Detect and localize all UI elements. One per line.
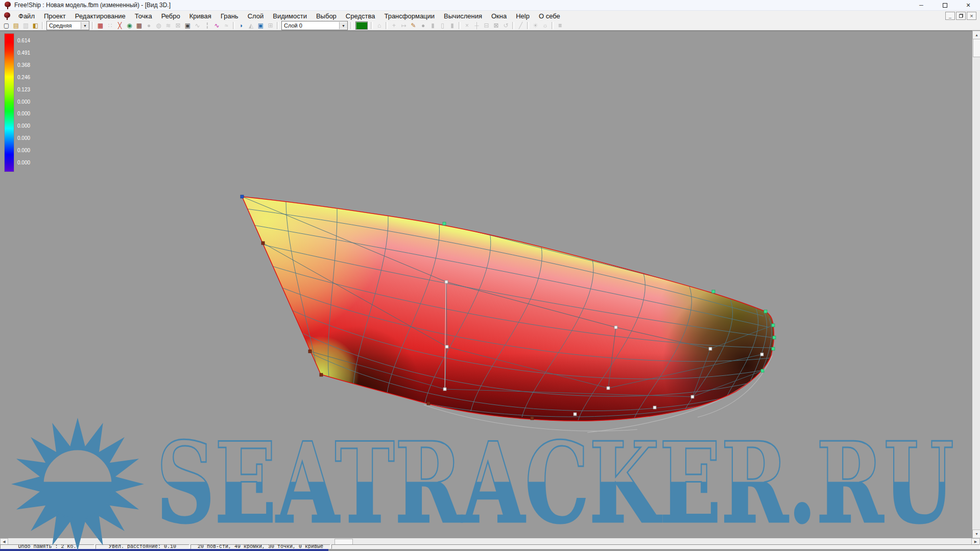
control-point[interactable] — [614, 326, 617, 329]
corner-point[interactable] — [261, 242, 265, 245]
menu-item-12[interactable]: Трансформации — [379, 11, 439, 21]
show-waterlines-button[interactable]: ∿ — [193, 21, 202, 30]
corner-point[interactable] — [531, 417, 534, 420]
fair-curve-button[interactable]: ≈ — [222, 21, 231, 30]
corner-point[interactable] — [427, 402, 430, 405]
menu-item-10[interactable]: Выбор — [312, 11, 341, 21]
show-control-points-button[interactable]: ∷ — [105, 21, 115, 30]
chevron-down-icon[interactable]: ▼ — [339, 22, 347, 29]
mdi-minimize-button[interactable]: _ — [945, 12, 955, 20]
subdivide-net-button[interactable]: ⊠ — [491, 21, 501, 30]
layer-combobox[interactable]: Слой 0▼ — [281, 21, 348, 30]
menu-item-8[interactable]: Слой — [243, 11, 269, 21]
selected-point[interactable] — [764, 310, 767, 313]
new-model-button[interactable]: ▢ — [2, 21, 11, 30]
vertical-scroll-thumb[interactable] — [973, 39, 980, 57]
profile-view-button[interactable]: ◭ — [246, 21, 256, 30]
selected-point[interactable] — [772, 324, 775, 327]
shade-surface-button[interactable]: ● — [144, 21, 154, 30]
selected-point[interactable] — [712, 290, 715, 293]
maximize-restore-button[interactable] — [933, 0, 957, 10]
anchor-point[interactable] — [241, 195, 244, 198]
toolbar-group: ╱ — [516, 21, 525, 30]
add-point-button[interactable]: + — [389, 21, 399, 30]
menu-item-11[interactable]: Средства — [341, 11, 380, 21]
unlock-points-button[interactable]: ▯ — [438, 21, 447, 30]
control-point[interactable] — [607, 387, 610, 390]
corner-point[interactable] — [308, 350, 312, 353]
control-point[interactable] — [691, 395, 694, 398]
menu-item-2[interactable]: Проект — [39, 11, 70, 21]
chevron-down-icon[interactable]: ▼ — [81, 22, 89, 29]
selected-point[interactable] — [772, 347, 775, 350]
lock-points-button[interactable]: ▮ — [428, 21, 438, 30]
wireframe-view-button[interactable]: ▣ — [183, 21, 193, 30]
menu-item-4[interactable]: Точка — [130, 11, 157, 21]
show-normals-button[interactable]: ⊠ — [173, 21, 183, 30]
control-point[interactable] — [573, 413, 577, 416]
mdi-restore-button[interactable] — [956, 12, 966, 20]
bottom-blue-strip — [0, 549, 328, 551]
control-point[interactable] — [445, 280, 448, 283]
close-button[interactable]: × — [957, 0, 980, 10]
save-model-button[interactable]: ▥ — [21, 21, 31, 30]
show-interior-edges-button[interactable]: ╳ — [115, 21, 125, 30]
show-control-net-button[interactable]: ▦ — [95, 21, 105, 30]
selected-point[interactable] — [773, 336, 776, 339]
zebra-shading-button[interactable]: ≋ — [163, 21, 173, 30]
light-settings-button[interactable]: ☀ — [531, 21, 540, 30]
four-views-button[interactable]: ⊞ — [266, 21, 275, 30]
show-stations-button[interactable]: ╏ — [202, 21, 212, 30]
show-curvature-plot-button[interactable]: ∿ — [212, 21, 222, 30]
open-model-button[interactable]: ▤ — [11, 21, 21, 30]
control-point[interactable] — [709, 347, 712, 350]
viewport-3d[interactable]: 0.6140.4910.3680.2460.1230.0000.0000.000… — [0, 31, 972, 539]
new-face-button[interactable]: ✎ — [409, 21, 418, 30]
gaussian-curvature-button[interactable]: ◉ — [125, 21, 134, 30]
extrude-edge-button[interactable]: ↺ — [501, 21, 511, 30]
selected-point[interactable] — [443, 222, 446, 225]
layer-color-swatch[interactable] — [355, 21, 368, 30]
horizontal-scrollbar[interactable]: ◀ ▶ — [0, 538, 980, 544]
collapse-point-button[interactable]: × — [462, 21, 472, 30]
unlock-all-points-button[interactable]: ▮ — [447, 21, 457, 30]
control-points[interactable] — [241, 195, 776, 420]
menu-item-9[interactable]: Видимости — [268, 11, 312, 21]
intersect-layers-button[interactable]: ⊟ — [482, 21, 491, 30]
perspective-view-button[interactable]: ◗ — [236, 21, 246, 30]
menu-item-16[interactable]: О себе — [534, 11, 565, 21]
menu-item-14[interactable]: Окна — [487, 11, 511, 21]
vertical-scrollbar[interactable]: ▲ ▼ — [972, 31, 980, 538]
layer-properties-icon: ⌂ — [377, 22, 381, 29]
layer-properties-button[interactable]: ⌂ — [374, 21, 384, 30]
corner-point[interactable] — [320, 373, 323, 376]
mdi-close-button[interactable]: × — [967, 12, 976, 20]
menu-item-5[interactable]: Ребро — [157, 11, 185, 21]
flip-normals-button[interactable]: ● — [418, 21, 428, 30]
control-point[interactable] — [445, 345, 448, 348]
menu-item-1[interactable]: Файл — [14, 11, 39, 21]
control-point[interactable] — [760, 353, 763, 356]
menu-item-15[interactable]: Help — [511, 11, 534, 21]
scroll-down-arrow-icon[interactable]: ▼ — [972, 530, 980, 538]
mdi-child-icon[interactable] — [4, 12, 11, 20]
control-point[interactable] — [653, 406, 656, 409]
developability-check-button[interactable]: ◍ — [154, 21, 163, 30]
menu-item-3[interactable]: Редактирование — [70, 11, 130, 21]
menu-item-7[interactable]: Грань — [216, 11, 243, 21]
control-point[interactable] — [443, 388, 446, 391]
align-points-button[interactable]: ↦ — [399, 21, 409, 30]
scroll-up-arrow-icon[interactable]: ▲ — [972, 31, 980, 39]
insert-plane-button[interactable]: ┼ — [472, 21, 482, 30]
menu-item-13[interactable]: Вычисления — [439, 11, 487, 21]
ambient-light-button[interactable]: ☼ — [540, 21, 550, 30]
exit-button[interactable]: ◧ — [31, 21, 40, 30]
selected-point[interactable] — [761, 369, 764, 372]
delete-selection-button[interactable]: ≡ — [555, 21, 565, 30]
minimize-button[interactable]: ─ — [910, 0, 933, 10]
menu-item-6[interactable]: Кривая — [185, 11, 216, 21]
shaded-view-button[interactable]: ▣ — [256, 21, 266, 30]
precision-combobox[interactable]: Средняя▼ — [46, 21, 89, 30]
show-grid-button[interactable]: ▦ — [134, 21, 144, 30]
insert-edge-button[interactable]: ╱ — [516, 21, 525, 30]
